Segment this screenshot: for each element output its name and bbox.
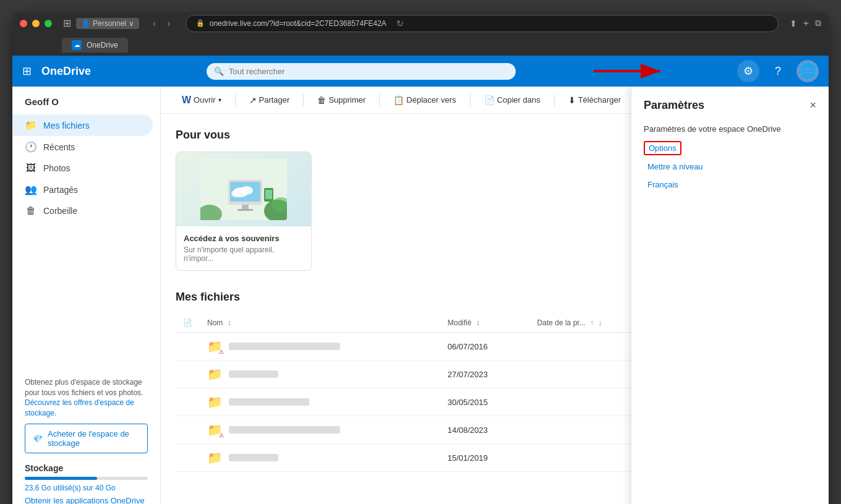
row-icon-cell [176, 333, 200, 361]
options-link[interactable]: Options [644, 141, 681, 155]
sidebar-item-photos[interactable]: 🖼 Photos [12, 158, 153, 179]
sidebar-item-label: Corbeille [43, 206, 77, 216]
waffle-icon[interactable]: ⊞ [22, 64, 32, 78]
new-tab-icon[interactable]: + [803, 18, 809, 29]
row-icon-cell [176, 416, 200, 444]
file-name-blur [229, 454, 278, 461]
tab-bar: ☁ OneDrive [12, 34, 829, 56]
sidebar-item-corbeille[interactable]: 🗑 Corbeille [12, 200, 153, 221]
date-sort-desc[interactable]: ↓ [598, 318, 602, 327]
storage-bar-fill [25, 477, 97, 480]
download-button[interactable]: ⬇ Télécharger [562, 93, 627, 108]
delete-label: Supprimer [328, 95, 365, 105]
tab-title: OneDrive [87, 41, 118, 49]
move-icon: 📋 [393, 95, 404, 105]
avatar-image: 🌐 [800, 63, 816, 79]
row-name-cell: 📁 [200, 388, 440, 416]
toolbar-divider [235, 94, 236, 106]
active-tab[interactable]: ☁ OneDrive [62, 38, 128, 53]
file-name-blur [229, 426, 340, 434]
sidebar-bottom: Obtenez plus d'espace de stockage pour t… [12, 367, 160, 504]
settings-button[interactable]: ⚙ [737, 60, 759, 82]
delete-button[interactable]: 🗑 Supprimer [311, 93, 372, 108]
buy-storage-button[interactable]: 💎 Acheter de l'espace de stockage [25, 424, 148, 453]
sidebar-item-recents[interactable]: 🕐 Récents [12, 136, 153, 158]
row-icon-cell [176, 444, 200, 472]
user-avatar[interactable]: 🌐 [796, 60, 819, 82]
word-icon: W [182, 95, 191, 106]
reload-icon[interactable]: ↻ [396, 19, 404, 28]
card-subtitle: Sur n'importe quel appareil, n'impor... [184, 246, 304, 263]
toolbar-divider5 [554, 94, 555, 106]
memories-card[interactable]: Accédez à vos souvenirs Sur n'importe qu… [176, 152, 312, 271]
browser-profile[interactable]: 👤 Personnel ∨ [76, 18, 139, 29]
row-modified: 27/07/2023 [440, 361, 530, 388]
row-name-cell: 📁 [200, 361, 440, 388]
sidebar-toggle-button[interactable]: ⊞ [63, 17, 71, 29]
buy-storage-label: Acheter de l'espace de stockage [48, 429, 140, 448]
onedrive-header: ⊞ OneDrive 🔍 [12, 56, 829, 87]
settings-close-button[interactable]: × [809, 99, 816, 112]
col-modified-header[interactable]: Modifié ↕ [440, 314, 530, 333]
download-label: Télécharger [578, 95, 621, 105]
col-modified-label: Modifié [448, 318, 472, 327]
card-body: Accédez à vos souvenirs Sur n'importe qu… [176, 226, 311, 270]
diamond-icon: 💎 [33, 434, 43, 443]
back-button[interactable]: ‹ [149, 17, 160, 30]
toolbar-divider4 [470, 94, 471, 106]
share-browser-icon[interactable]: ⬆ [790, 19, 797, 28]
open-label: Ouvrir [194, 95, 215, 105]
lock-icon: 🔒 [196, 19, 205, 27]
share-label: Partager [259, 95, 290, 105]
share-button[interactable]: ↗ Partager [243, 93, 296, 108]
sidebar-item-label: Partagés [43, 185, 78, 195]
copy-button[interactable]: 📄 Copier dans [478, 93, 547, 108]
settings-header: Paramètres × [644, 99, 816, 112]
settings-section-title: Paramètres de votre espace OneDrive [644, 124, 816, 134]
help-button[interactable]: ? [767, 60, 789, 82]
tab-overview-icon[interactable]: ⧉ [815, 18, 821, 28]
name-sort-icon[interactable]: ↕ [228, 318, 231, 327]
language-link[interactable]: Français [644, 178, 816, 191]
search-input[interactable] [207, 63, 516, 80]
arrow-annotation [594, 62, 668, 80]
modified-sort-icon[interactable]: ↕ [476, 318, 480, 327]
row-icon-cell [176, 361, 200, 388]
browser-actions: ⬆ + ⧉ [790, 18, 821, 29]
close-window-button[interactable] [20, 20, 27, 27]
move-label: Déplacer vers [406, 95, 456, 105]
forward-button[interactable]: › [163, 17, 174, 30]
minimize-window-button[interactable] [32, 20, 40, 27]
col-name-header[interactable]: Nom ↕ [200, 314, 440, 333]
sidebar-item-mes-fichiers[interactable]: 📁 Mes fichiers [12, 114, 153, 136]
folder-icon: 📁 [207, 450, 223, 465]
svg-point-10 [231, 190, 241, 197]
red-arrow-svg [594, 62, 668, 80]
sidebar-item-label: Récents [43, 142, 75, 152]
file-type-icon: 📄 [183, 318, 192, 327]
address-bar[interactable]: 🔒 onedrive.live.com/?id=root&cid=2C7ED36… [186, 15, 779, 32]
date-sort-asc[interactable]: ↑ [590, 318, 594, 327]
url-text: onedrive.live.com/?id=root&cid=2C7ED3685… [210, 19, 386, 28]
storage-label: Stockage [25, 463, 148, 473]
settings-panel-title: Paramètres [644, 99, 704, 112]
open-button[interactable]: W Ouvrir ▾ [176, 92, 228, 108]
main-file-area: W Ouvrir ▾ ↗ Partager 🗑 Supprimer [161, 87, 829, 504]
row-name-cell: 📁⚠ [200, 333, 440, 361]
get-apps-link[interactable]: Obtenir les applications OneDrive [25, 496, 148, 504]
browser-chrome: ⊞ 👤 Personnel ∨ ‹ › 🔒 onedrive.live.com/… [12, 12, 829, 56]
upgrade-link[interactable]: Mettre à niveau [644, 160, 816, 173]
folder-shared-icon: 📁⚠ [207, 339, 223, 354]
sidebar-item-label: Mes fichiers [43, 121, 90, 130]
open-chevron: ▾ [218, 96, 221, 103]
shared-icon: 👥 [25, 184, 37, 195]
search-bar[interactable]: 🔍 [207, 63, 516, 80]
row-name-cell: 📁⚠ [200, 416, 440, 444]
storage-bar [25, 477, 148, 480]
sidebar-item-partages[interactable]: 👥 Partagés [12, 179, 153, 200]
maximize-window-button[interactable] [45, 20, 52, 27]
folder-shared-icon: 📁⚠ [207, 422, 223, 437]
storage-promo-link[interactable]: Découvrez les offres d'espace de stockag… [25, 398, 134, 417]
help-icon: ? [775, 65, 781, 78]
move-button[interactable]: 📋 Déplacer vers [387, 93, 462, 108]
